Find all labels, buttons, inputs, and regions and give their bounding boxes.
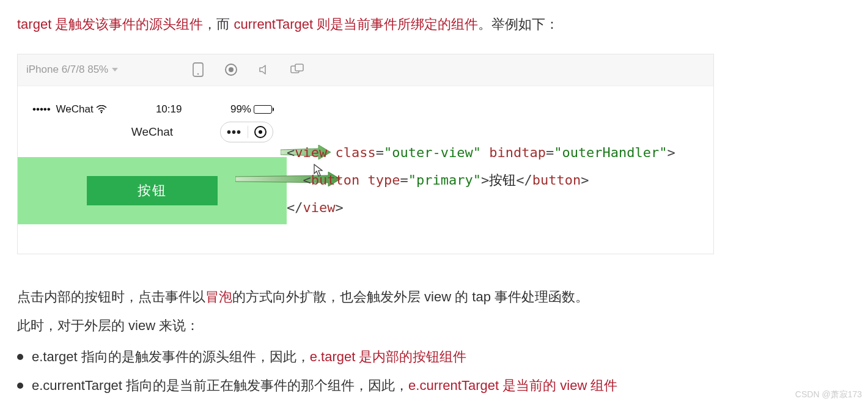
menu-dots-icon[interactable]: ••• — [227, 126, 241, 138]
device-selector[interactable]: iPhone 6/7/8 85% — [26, 64, 118, 76]
capsule-divider — [248, 126, 248, 138]
svg-point-6 — [101, 111, 102, 112]
explain-text-1: 点击内部的按钮时，点击事件以 — [17, 289, 205, 304]
svg-point-1 — [197, 73, 199, 75]
battery-icon — [254, 105, 272, 114]
explain-text-2: 的方式向外扩散，也会触发外层 view 的 tap 事件处理函数。 — [232, 289, 589, 304]
simulator-toolbar: iPhone 6/7/8 85% — [18, 54, 713, 86]
page-title: WeChat — [131, 125, 173, 139]
record-icon[interactable] — [224, 63, 238, 76]
close-ring-icon[interactable] — [254, 126, 267, 138]
code-line-3: </view> — [287, 194, 675, 221]
intro-highlight-currenttarget: currentTarget 则是当前事件所绑定的组件 — [234, 17, 479, 32]
intro-paragraph: target 是触发该事件的源头组件，而 currentTarget 则是当前事… — [17, 12, 851, 37]
intro-text-2: 。举例如下： — [478, 17, 559, 32]
explain-paragraph-2: 此时，对于外层的 view 来说： — [17, 311, 851, 340]
chevron-down-icon — [112, 68, 118, 72]
wifi-icon — [96, 103, 107, 115]
bullet-list: e.target 指向的是触发事件的源头组件，因此，e.target 是内部的按… — [17, 342, 851, 400]
signal-dots: ••••• — [32, 103, 51, 115]
svg-point-3 — [229, 67, 234, 72]
code-line-1: <view class="outer-view" bindtap="outerH… — [287, 139, 675, 166]
bullet-item-1: e.target 指向的是触发事件的源头组件，因此，e.target 是内部的按… — [17, 342, 851, 371]
device-label-text: iPhone 6/7/8 85% — [26, 64, 108, 76]
code-line-2: <button type="primary">按钮</button> — [287, 166, 675, 194]
svg-rect-5 — [295, 64, 303, 71]
popout-icon[interactable] — [290, 63, 304, 76]
bullet-dot-icon — [17, 383, 23, 389]
capsule-controls: ••• — [220, 122, 273, 142]
battery-indicator: 99% — [230, 103, 272, 116]
battery-percent: 99% — [230, 103, 251, 116]
bullet-1-text: e.target 指向的是触发事件的源头组件，因此， — [32, 349, 310, 364]
signal-carrier: ••••• WeChat — [32, 103, 107, 116]
primary-button-label: 按钮 — [138, 182, 167, 200]
outer-view[interactable]: 按钮 — [18, 157, 287, 224]
nav-bar: WeChat ••• — [18, 122, 287, 142]
cursor-pointer-icon — [314, 164, 323, 177]
diagram-body: ••••• WeChat 10:19 99% WeChat ••• — [18, 86, 713, 254]
bullet-1-highlight: e.target 是内部的按钮组件 — [310, 349, 467, 364]
watermark: CSDN @萧寂173 — [795, 389, 862, 400]
phone-simulator: ••••• WeChat 10:19 99% WeChat ••• — [18, 86, 287, 254]
bullet-item-2: e.currentTarget 指向的是当前正在触发事件的那个组件，因此，e.c… — [17, 371, 851, 400]
bullet-2-highlight: e.currentTarget 是当前的 view 组件 — [408, 378, 617, 393]
toolbar-icons — [191, 63, 304, 76]
primary-button[interactable]: 按钮 — [87, 176, 218, 205]
status-time: 10:19 — [156, 103, 182, 116]
phone-icon[interactable] — [191, 63, 205, 76]
diagram-container: iPhone 6/7/8 85% ••••• WeChat — [17, 54, 714, 254]
status-bar: ••••• WeChat 10:19 99% — [18, 103, 287, 116]
code-snippet: <view class="outer-view" bindtap="outerH… — [287, 86, 675, 221]
bullet-dot-icon — [17, 354, 23, 360]
intro-highlight-target: target 是触发该事件的源头组件 — [17, 17, 203, 32]
explain-highlight-bubble: 冒泡 — [205, 289, 232, 304]
carrier-text: WeChat — [56, 103, 94, 115]
intro-text-1: ，而 — [203, 17, 234, 32]
bullet-2-text: e.currentTarget 指向的是当前正在触发事件的那个组件，因此， — [32, 378, 408, 393]
explain-paragraph-1: 点击内部的按钮时，点击事件以冒泡的方式向外扩散，也会触发外层 view 的 ta… — [17, 282, 851, 311]
mute-icon[interactable] — [257, 63, 271, 76]
